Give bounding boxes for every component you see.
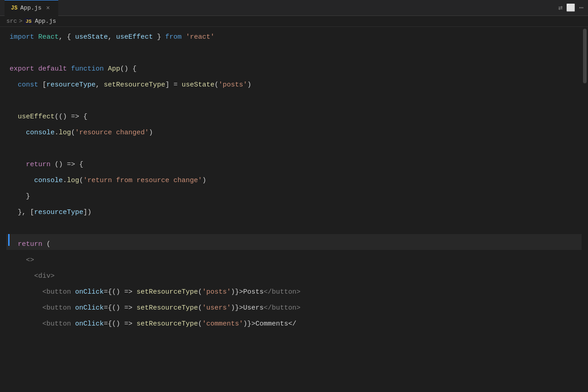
tab-js-icon: JS [11,5,17,11]
text-users: Users [243,302,264,314]
text-comments: Comments</ [255,318,296,330]
editor-area: import React, { useState, useEffect } fr… [0,27,588,390]
layout-icon[interactable]: ⬜ [566,3,575,12]
indent-11 [10,191,26,203]
arrow-fn-18: () => [112,302,137,314]
str-return-from: 'return from resource change' [83,175,202,187]
close-12: }, [ [18,207,34,219]
attr-onclick-19: onClick [75,318,104,330]
breadcrumb-src[interactable]: src [6,18,17,25]
code-line-7: console.log('resource changed') [6,122,588,138]
tab-filename: App.js [20,5,41,11]
code-line-17: <button onClick={() => setResourceType('… [6,282,588,298]
kw-function: function [71,63,108,75]
paren-6: (() => { [55,111,87,123]
paren-17b: )}> [231,286,243,298]
code-line-16: <div> [6,266,588,282]
code-line-13 [6,218,588,234]
tag-fragment-open: <> [26,255,34,266]
scrollbar[interactable] [582,27,588,390]
paren-19b: )}> [243,318,255,330]
tag-button-17b: </button> [264,286,300,298]
tag-button-19a: <button [42,318,75,330]
tag-button-17a: <button [42,286,75,298]
resourceType-12: resourceType [34,207,83,219]
comma-4: , [96,79,104,91]
breadcrumb-js-icon: JS [24,18,33,25]
eq-17: ={ [104,286,112,298]
paren-10a: ( [79,175,83,187]
close-paren-12: ]) [83,207,91,219]
str-comments-19: 'comments' [202,318,243,330]
console-10: console [34,175,63,187]
code-line-12: }, [resourceType]) [6,202,588,218]
indent-10 [10,175,34,187]
bracket-4a: [ [42,79,46,91]
kw-import: import [10,31,38,43]
dot-7: . [55,127,59,139]
tag-button-18a: <button [42,302,75,314]
indent-4 [10,79,18,91]
indent-17 [10,286,42,298]
setResourceType-18: setResourceType [137,302,198,314]
react-name: React [38,31,59,43]
resourceType: resourceType [46,79,96,91]
useState-name: useState [75,31,108,43]
paren-14: ( [46,239,51,250]
str-users-18: 'users' [202,302,231,314]
indent-9 [10,159,26,171]
empty-8 [10,143,14,155]
code-line-19: <button onClick={() => setResourceType('… [6,314,588,330]
code-line-10: console.log('return from resource change… [6,170,588,186]
comma-2: , [108,31,116,43]
useState-call: useState [182,79,214,91]
indent-6 [10,111,18,123]
eq-19: ={ [104,318,112,330]
text-posts: Posts [243,286,264,298]
str-react: 'react' [186,31,214,43]
brace-close-1: } [153,31,165,43]
breadcrumb-separator: > [19,18,22,25]
code-line-5 [6,91,588,107]
arrow-fn-19: () => [112,318,137,330]
kw-export: export [10,63,38,75]
empty-13 [10,223,14,234]
indent-16 [10,270,34,282]
useEffect-call: useEffect [18,111,55,123]
kw-return-9: return [26,159,55,171]
attr-onclick-18: onClick [75,302,104,314]
code-line-3: export default function App() { [6,59,588,75]
scrollbar-thumb[interactable] [583,29,587,83]
editor-tab[interactable]: JS App.js × [5,0,58,16]
paren-19a: ( [198,318,202,330]
code-line-15: <> [6,250,588,266]
code-content[interactable]: import React, { useState, useEffect } fr… [0,27,588,390]
code-line-6: useEffect(() => { [6,107,588,122]
tag-button-18b: </button> [264,302,300,314]
code-line-11: } [6,186,588,202]
split-editor-icon[interactable]: ⇄ [558,3,563,12]
empty-5 [10,95,14,107]
paren-10b: ) [202,175,206,187]
indent-7 [10,127,26,139]
code-line-14: return ( [6,234,588,250]
tab-close-button[interactable]: × [44,4,51,13]
title-bar-actions: ⇄ ⬜ ⋯ [558,3,583,12]
tag-div-open: <div> [34,270,55,282]
paren-7a: ( [71,127,75,139]
breadcrumb: src > JS App.js [0,16,588,27]
kw-const: const [18,79,42,91]
code-line-2 [6,43,588,59]
paren-18b: )}> [231,302,243,314]
indent-18 [10,302,42,314]
bracket-4b: ] = [165,79,182,91]
arrow-fn-17: () => [112,286,137,298]
code-line-4: const [resourceType, setResourceType] = … [6,75,588,91]
log-7: log [59,127,71,139]
paren-7b: ) [149,127,153,139]
more-actions-icon[interactable]: ⋯ [579,3,583,12]
code-line-8 [6,138,588,154]
log-10: log [67,175,79,187]
setResourceType-17: setResourceType [137,286,198,298]
setResourceType-19: setResourceType [137,318,198,330]
